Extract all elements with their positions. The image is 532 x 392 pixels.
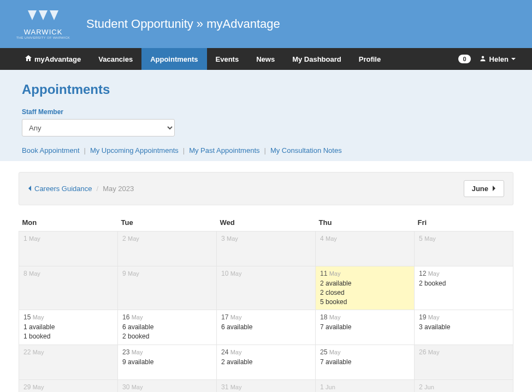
- day-label: 30 May: [122, 383, 212, 391]
- day-status: 2 available2 closed5 booked: [320, 279, 410, 306]
- quick-link-my-consultation-notes[interactable]: My Consultation Notes: [270, 146, 342, 155]
- day-label: 2 May: [122, 235, 212, 242]
- day-label: 19 May: [419, 313, 509, 321]
- calendar-cell: 8 May: [19, 266, 118, 310]
- breadcrumb-back[interactable]: Careers Guidance: [28, 185, 92, 193]
- calendar-cell: 4 May: [316, 231, 415, 266]
- user-menu[interactable]: Helen: [480, 55, 516, 63]
- calendar-cell[interactable]: 18 May7 available: [316, 310, 415, 345]
- nav-item-profile[interactable]: Profile: [350, 48, 389, 70]
- day-label: 4 May: [320, 235, 410, 242]
- calendar-cell[interactable]: 19 May3 available: [415, 310, 513, 345]
- day-label: 29 May: [23, 383, 113, 391]
- day-status-line: 7 available: [320, 358, 410, 367]
- breadcrumb-current: May 2023: [103, 185, 134, 193]
- logo-subtext: THE UNIVERSITY OF WARWICK: [16, 36, 70, 39]
- day-status: 6 available2 booked: [122, 323, 212, 341]
- warwick-logo-icon: [27, 9, 60, 27]
- day-label: 26 May: [419, 348, 509, 356]
- day-label: 17 May: [221, 313, 311, 321]
- day-label: 16 May: [122, 313, 212, 321]
- day-label: 11 May: [320, 270, 410, 277]
- day-status: 1 available1 booked: [23, 323, 113, 341]
- day-status: 7 available: [320, 358, 410, 367]
- day-label: 8 May: [23, 270, 113, 277]
- day-label: 23 May: [122, 348, 212, 356]
- day-status: 9 available: [122, 358, 212, 367]
- next-month-label: June: [472, 185, 488, 193]
- day-status-line: 6 available: [221, 323, 311, 332]
- day-status-line: 2 available: [221, 358, 311, 367]
- calendar-cell: 1 Jun: [316, 380, 415, 392]
- calendar-cell[interactable]: 17 May6 available: [217, 310, 316, 345]
- day-status-line: 5 booked: [320, 298, 410, 307]
- user-icon: [480, 55, 486, 63]
- calendar-cell: 31 May: [217, 380, 316, 392]
- calendar-cell: 3 May: [217, 231, 316, 266]
- day-label: 31 May: [221, 383, 311, 391]
- quick-link-book-appointment[interactable]: Book Appointment: [22, 146, 80, 155]
- day-label: 10 May: [221, 270, 311, 277]
- calendar-header-tue: Tue: [118, 214, 217, 231]
- day-label: 25 May: [320, 348, 410, 356]
- warwick-logo[interactable]: WARWICK THE UNIVERSITY OF WARWICK: [16, 9, 70, 39]
- nav-item-events[interactable]: Events: [207, 48, 248, 70]
- calendar-header-mon: Mon: [19, 214, 118, 231]
- day-status-line: 7 available: [320, 323, 410, 332]
- calendar-cell[interactable]: 16 May6 available2 booked: [118, 310, 217, 345]
- calendar-cell[interactable]: 15 May1 available1 booked: [19, 310, 118, 345]
- calendar-header-thu: Thu: [316, 214, 415, 231]
- day-label: 1 May: [23, 235, 113, 242]
- user-name: Helen: [489, 55, 509, 63]
- day-label: 18 May: [320, 313, 410, 321]
- calendar-cell[interactable]: 25 May7 available: [316, 345, 415, 380]
- day-status-line: 2 booked: [419, 279, 509, 288]
- day-label: 9 May: [122, 270, 212, 277]
- nav-item-myadvantage[interactable]: myAdvantage: [16, 48, 90, 70]
- quick-link-my-upcoming-appointments[interactable]: My Upcoming Appointments: [90, 146, 179, 155]
- day-status: 7 available: [320, 323, 410, 332]
- breadcrumb-back-label: Careers Guidance: [34, 185, 92, 193]
- logo-text: WARWICK: [24, 28, 63, 36]
- notification-badge[interactable]: 0: [458, 55, 470, 63]
- day-label: 3 May: [221, 235, 311, 242]
- day-status-line: 2 booked: [122, 332, 212, 341]
- nav-item-label: My Dashboard: [292, 55, 341, 63]
- quick-link-my-past-appointments[interactable]: My Past Appointments: [189, 146, 259, 155]
- nav-item-appointments[interactable]: Appointments: [141, 48, 206, 70]
- calendar-cell: 22 May: [19, 345, 118, 380]
- nav-item-vacancies[interactable]: Vacancies: [90, 48, 141, 70]
- nav-item-label: myAdvantage: [34, 55, 81, 63]
- top-bar: WARWICK THE UNIVERSITY OF WARWICK Studen…: [0, 0, 532, 48]
- calendar-cell: 29 May: [19, 380, 118, 392]
- nav-item-label: News: [256, 55, 275, 63]
- day-label: 24 May: [221, 348, 311, 356]
- nav-item-news[interactable]: News: [247, 48, 283, 70]
- calendar-cell[interactable]: 12 May2 booked: [415, 266, 513, 310]
- home-icon: [25, 55, 32, 63]
- day-label: 2 Jun: [419, 383, 509, 391]
- link-separator: |: [264, 146, 266, 155]
- page-heading: Appointments: [22, 82, 510, 97]
- calendar-cell: 2 Jun: [415, 380, 513, 392]
- quick-links: Book Appointment|My Upcoming Appointment…: [22, 146, 510, 161]
- calendar-cell[interactable]: 23 May9 available: [118, 345, 217, 380]
- calendar: MonTueWedThuFri 1 May2 May3 May4 May5 Ma…: [19, 214, 513, 392]
- nav-item-label: Events: [216, 55, 239, 63]
- calendar-cell[interactable]: 11 May2 available2 closed5 booked: [316, 266, 415, 310]
- chevron-left-icon: [28, 186, 32, 192]
- next-month-button[interactable]: June: [464, 180, 504, 197]
- breadcrumb-separator: /: [97, 185, 99, 193]
- nav-item-label: Appointments: [150, 55, 198, 63]
- calendar-cell: 1 May: [19, 231, 118, 266]
- calendar-cell[interactable]: 24 May2 available: [217, 345, 316, 380]
- nav-item-my-dashboard[interactable]: My Dashboard: [283, 48, 350, 70]
- svg-marker-1: [39, 10, 48, 20]
- day-status-line: 1 booked: [23, 332, 113, 341]
- calendar-cell: 2 May: [118, 231, 217, 266]
- staff-member-select[interactable]: Any: [22, 119, 175, 136]
- caret-down-icon: [511, 58, 516, 60]
- link-separator: |: [183, 146, 185, 155]
- sub-header: Appointments Staff Member Any Book Appoi…: [0, 70, 532, 161]
- breadcrumb-panel: Careers Guidance / May 2023 June: [19, 172, 513, 205]
